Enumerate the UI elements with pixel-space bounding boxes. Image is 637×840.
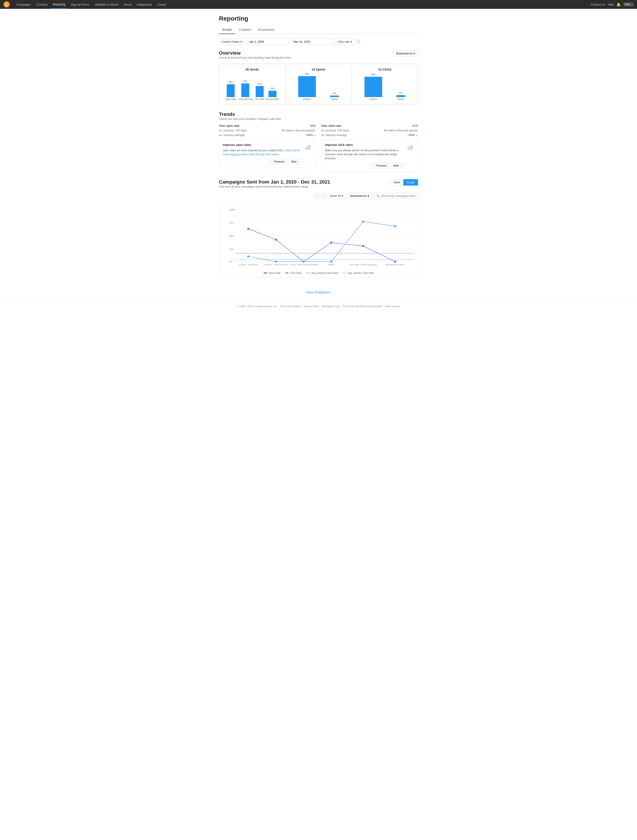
click-industry-label: vs. industry average (321, 133, 347, 137)
footer: © 1996 - 2022 Constant Contact, Inc. Ter… (0, 302, 637, 310)
table-graph-toggle: Table Graph (390, 179, 418, 186)
show-select[interactable]: Show 50 ▾ (328, 193, 346, 199)
open-rate-card-body: Open rates are most impacted by your sub… (223, 149, 284, 152)
metric-label: Click rate (338, 40, 349, 43)
footer-terms[interactable]: Terms & Conditions (280, 305, 301, 308)
nav-reporting[interactable]: Reporting (51, 0, 68, 9)
click-rate-label: Your click rate: (321, 124, 342, 127)
search-box[interactable]: 🔍 (374, 193, 418, 199)
search-icon: 🔍 (376, 194, 380, 197)
campaigns-download-label: Download As (350, 194, 367, 197)
nav-library[interactable]: Library (155, 0, 168, 9)
svg-rect-5 (411, 145, 413, 150)
svg-rect-2 (309, 145, 310, 150)
open-rate-next-button[interactable]: Next → (289, 159, 302, 164)
campaigns-subtitle: See how all your campaigns performed dur… (219, 185, 330, 188)
open-rate-prev-button[interactable]: ← Previous (268, 159, 287, 164)
svg-rect-1 (307, 146, 308, 150)
nav-signup-forms[interactable]: Sign-up Forms (68, 0, 92, 9)
click-industry-pct: +40% (408, 133, 415, 137)
date-start-input[interactable] (247, 38, 289, 45)
legend-avg-industry-open-label: Avg. Industry Open Rate (311, 272, 338, 274)
svg-text:75%: 75% (229, 221, 234, 224)
opens-bar-mobile-pct: 6% (333, 92, 336, 95)
overview-header: Overview A look at some of your top emai… (219, 50, 418, 63)
click-rate-row: Your click rate: 41% (321, 124, 418, 127)
clicks-bar-mobile-label: Mobile (397, 98, 404, 100)
opens-bar-mobile-label: Mobile (331, 98, 338, 100)
click-rate-next-button[interactable]: Next → (391, 163, 405, 168)
clicks-card: 12 Clicks 92% Desktop 8% Mobile (352, 64, 418, 104)
campaigns-download-button[interactable]: Download As ▾ (347, 193, 372, 199)
tab-emails[interactable]: Emails (219, 26, 236, 34)
nav-social[interactable]: Social (122, 0, 134, 9)
open-industry-up-icon: ▲ (314, 134, 316, 136)
svg-point-22 (362, 245, 364, 247)
graph-button[interactable]: Graph (403, 179, 418, 186)
trends-section: Trends Check out how your numbers compar… (219, 112, 418, 172)
footer-do-not-sell[interactable]: Do Not Sell My Personal Information (343, 305, 382, 308)
trends-left: Your open rate: 48% vs. previous 730 day… (219, 124, 316, 172)
campaigns-next-arrow[interactable]: › (321, 193, 326, 199)
nav-help[interactable]: Help (608, 3, 614, 6)
click-rate-card-content: Improve click rates Make sure you always… (325, 143, 405, 168)
open-prev-label: vs. previous 730 days (219, 129, 247, 132)
search-input[interactable] (381, 194, 416, 197)
svg-point-21 (330, 242, 332, 244)
info-icon[interactable]: ⓘ (357, 39, 360, 44)
sends-bar-click-label: Click Rate (254, 98, 265, 100)
page-title: Reporting (219, 15, 418, 22)
overview-download-button[interactable]: Download As ▾ (393, 50, 418, 57)
date-end-input[interactable] (291, 38, 333, 45)
footer-share-screen[interactable]: Share Screen (385, 305, 400, 308)
clicks-bar-desktop-label: Desktop (369, 98, 378, 100)
campaigns-header: Campaigns Sent from Jan 1, 2020 - Dec 31… (219, 179, 418, 192)
overview-subtitle: A look at some of your top emailing stat… (219, 56, 292, 59)
overview-title-area: Overview A look at some of your top emai… (219, 50, 292, 63)
clicks-chart: 92% Desktop 8% Mobile (356, 74, 414, 100)
svg-text:ra-4941 · bulk email: ra-4941 · bulk email (239, 264, 258, 266)
nav-campaigns[interactable]: Campaigns (14, 0, 33, 9)
svg-point-29 (394, 225, 396, 227)
feedback-link[interactable]: Have Feedback? (306, 291, 331, 294)
click-prev-value: No data in the prior period. (384, 129, 418, 132)
open-industry-pct: +34% (305, 133, 313, 137)
nav-integrations[interactable]: Integrations (135, 0, 154, 9)
graph-legend: Open Rate Click Rate Avg. Industry Open … (223, 272, 414, 274)
open-rate-card-title: Improve open rates (223, 143, 302, 147)
footer-privacy[interactable]: Privacy Policy (304, 305, 319, 308)
sends-bar-open-pct: 48% (229, 81, 233, 84)
sends-bar-open-bar (227, 84, 235, 97)
sends-bar-open: 48% Open Rate (225, 81, 236, 100)
nav-contact-us[interactable]: Contact Us (591, 3, 605, 6)
campaigns-prev-arrow[interactable]: ‹ (315, 193, 319, 199)
open-rate-row: Your open rate: 48% (219, 124, 316, 127)
table-button[interactable]: Table (390, 179, 403, 186)
nav-user[interactable]: first... (623, 2, 634, 6)
overview-title: Overview (219, 50, 292, 56)
sends-bar-unopened-label: Unopened Rate (237, 98, 253, 100)
svg-point-18 (247, 228, 250, 230)
sends-bar-click-pct: 41% (258, 83, 262, 85)
opens-bar-desktop: 94% Desktop (298, 73, 316, 100)
nav-bell-icon[interactable]: 🔔 (616, 2, 621, 6)
click-rate-card: Improve click rates Make sure you always… (321, 139, 418, 172)
opens-bar-mobile: 6% Mobile (330, 92, 339, 100)
sends-bar-unopened-pct: 52% (243, 80, 248, 82)
svg-point-28 (362, 221, 364, 223)
svg-text:Click Rate Over 100%?: Click Rate Over 100%? (385, 264, 405, 266)
svg-text:0%: 0% (229, 260, 233, 263)
nav-websites-stores[interactable]: Websites & Stores (93, 0, 121, 9)
footer-anti-spam[interactable]: Anti-Spam Policy (322, 305, 340, 308)
date-range-select[interactable]: Custom Dates ▾ (219, 38, 244, 45)
navigation: C Campaigns Contacts Reporting Sign-up F… (0, 0, 637, 9)
click-rate-value: 41% (412, 124, 418, 127)
nav-contacts[interactable]: Contacts (34, 0, 50, 9)
metric-select[interactable]: Click rate ▾ (335, 38, 354, 45)
tab-ecommerce[interactable]: Ecommerce (254, 26, 278, 34)
trends-grid: Your open rate: 48% vs. previous 730 day… (219, 124, 418, 172)
show-label: Show 50 (330, 194, 341, 197)
click-rate-prev-button[interactable]: ← Previous (370, 163, 389, 168)
tab-contacts[interactable]: Contacts (236, 26, 254, 34)
open-industry-label: vs. industry average (219, 133, 245, 137)
